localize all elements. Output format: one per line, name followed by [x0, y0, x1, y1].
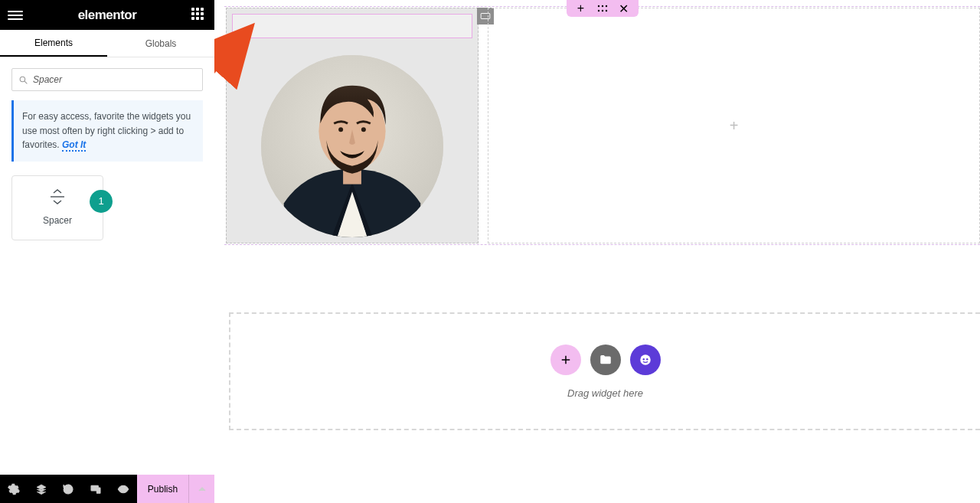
svg-rect-5	[97, 488, 101, 493]
svg-point-6	[122, 488, 125, 491]
search-icon	[18, 75, 28, 85]
widget-spacer[interactable]: Spacer 1	[11, 175, 103, 240]
history-button[interactable]	[55, 475, 83, 503]
svg-point-11	[601, 10, 603, 11]
new-section-dropzone[interactable]: Drag widget here	[229, 312, 980, 430]
svg-point-18	[361, 127, 366, 132]
column-left[interactable]	[226, 8, 479, 243]
tip-text: For easy access, favorite the widgets yo…	[22, 111, 191, 150]
add-section-button[interactable]	[550, 345, 581, 375]
preview-button[interactable]	[109, 475, 137, 503]
section-1[interactable]: + ✕	[224, 0, 980, 243]
widget-search-input[interactable]	[33, 74, 196, 85]
ai-button[interactable]	[630, 345, 661, 375]
svg-point-17	[338, 127, 343, 132]
tab-elements[interactable]: Elements	[0, 30, 107, 57]
column-right[interactable]: +	[488, 8, 980, 243]
widget-spacer-label: Spacer	[43, 215, 72, 226]
menu-button[interactable]	[8, 11, 23, 20]
svg-point-8	[601, 5, 603, 7]
section-toolbar: + ✕	[567, 0, 639, 17]
tip-got-it-link[interactable]: Got It	[62, 139, 86, 152]
svg-point-21	[640, 354, 651, 365]
favorites-tip: For easy access, favorite the widgets yo…	[11, 100, 203, 162]
tab-globals[interactable]: Globals	[107, 30, 214, 57]
section-drag-handle[interactable]	[597, 3, 608, 14]
settings-button[interactable]	[0, 475, 28, 503]
template-library-button[interactable]	[590, 345, 621, 375]
svg-point-12	[605, 10, 606, 11]
navigator-button[interactable]	[28, 475, 55, 503]
widget-search[interactable]	[11, 68, 203, 91]
svg-point-10	[597, 10, 599, 11]
responsive-button[interactable]	[82, 475, 109, 503]
sidebar-footer: Publish	[0, 475, 214, 503]
publish-options-button[interactable]	[188, 475, 214, 503]
svg-point-7	[597, 5, 599, 7]
section-add-button[interactable]: +	[576, 3, 586, 14]
section-delete-button[interactable]: ✕	[619, 3, 629, 14]
step-badge-1: 1	[90, 190, 113, 213]
publish-button[interactable]: Publish	[137, 475, 188, 503]
svg-point-9	[605, 5, 606, 7]
spacer-icon	[49, 189, 66, 204]
brand-logo: elementor	[78, 8, 137, 23]
dropzone-hint: Drag widget here	[567, 387, 643, 399]
sidebar-tabs: Elements Globals	[0, 30, 214, 57]
column-add-widget-button[interactable]: +	[730, 117, 739, 135]
apps-button[interactable]	[191, 8, 207, 23]
svg-point-22	[642, 358, 644, 360]
svg-point-23	[646, 358, 648, 360]
spacer-drop-target[interactable]	[232, 14, 472, 38]
svg-line-1	[24, 81, 27, 83]
svg-point-0	[20, 77, 25, 82]
avatar-image[interactable]	[261, 55, 443, 237]
